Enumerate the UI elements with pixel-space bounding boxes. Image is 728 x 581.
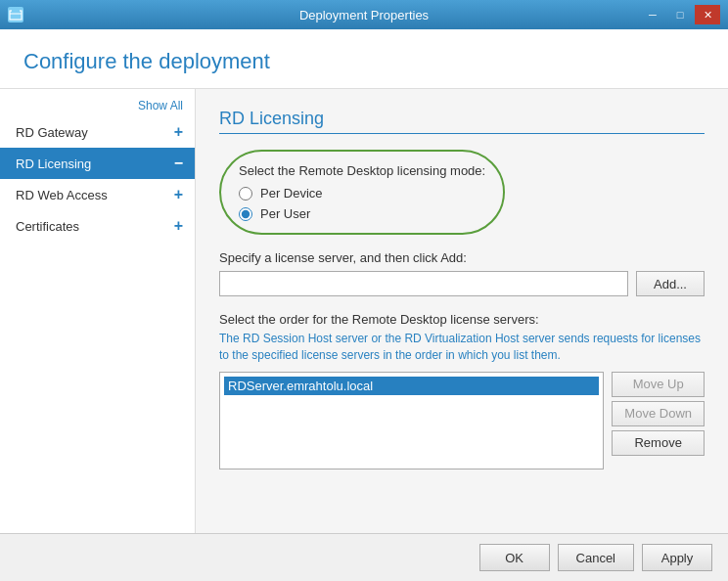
sidebar-expand-rd-gateway[interactable]: + bbox=[174, 123, 183, 141]
server-input[interactable] bbox=[219, 271, 628, 296]
radio-per-device-label: Per Device bbox=[260, 186, 323, 201]
add-button[interactable]: Add... bbox=[636, 271, 705, 296]
sidebar-label-rd-web-access: RD Web Access bbox=[16, 188, 108, 202]
server-list[interactable]: RDServer.emrahtolu.local bbox=[219, 372, 604, 469]
server-add-row: Add... bbox=[219, 271, 705, 296]
page-header: Configure the deployment bbox=[0, 29, 728, 89]
license-server-label: Specify a license server, and then click… bbox=[219, 250, 705, 265]
minimize-button[interactable]: ─ bbox=[640, 5, 665, 24]
sidebar-label-certificates: Certificates bbox=[16, 219, 79, 234]
content-area: Show All RD Gateway + RD Licensing − RD … bbox=[0, 89, 728, 533]
sidebar-label-rd-gateway: RD Gateway bbox=[16, 125, 88, 140]
radio-per-device[interactable]: Per Device bbox=[239, 186, 485, 201]
order-buttons: Move Up Move Down Remove bbox=[612, 372, 705, 469]
radio-group: Per Device Per User bbox=[239, 186, 485, 221]
move-up-button[interactable]: Move Up bbox=[612, 372, 705, 397]
radio-per-user-label: Per User bbox=[260, 206, 310, 221]
sidebar-collapse-rd-licensing[interactable]: − bbox=[174, 155, 183, 172]
order-section: Select the order for the Remote Desktop … bbox=[219, 312, 705, 469]
remove-button[interactable]: Remove bbox=[612, 430, 705, 456]
radio-per-user[interactable]: Per User bbox=[239, 206, 485, 221]
apply-button[interactable]: Apply bbox=[642, 544, 712, 571]
footer: OK Cancel Apply bbox=[0, 533, 728, 581]
sidebar-label-rd-licensing: RD Licensing bbox=[16, 156, 91, 171]
license-server-section: Specify a license server, and then click… bbox=[219, 250, 705, 296]
app-icon bbox=[8, 7, 23, 22]
title-bar: Deployment Properties ─ □ ✕ bbox=[0, 0, 728, 29]
window-body: Configure the deployment Show All RD Gat… bbox=[0, 29, 728, 581]
main-panel: RD Licensing Select the Remote Desktop l… bbox=[196, 89, 728, 533]
sidebar-item-rd-web-access[interactable]: RD Web Access + bbox=[0, 179, 195, 210]
list-item[interactable]: RDServer.emrahtolu.local bbox=[224, 377, 599, 395]
order-warning: The RD Session Host server or the RD Vir… bbox=[219, 331, 705, 364]
licensing-mode-label: Select the Remote Desktop licensing mode… bbox=[239, 163, 485, 178]
radio-per-device-input[interactable] bbox=[239, 187, 252, 201]
radio-per-user-input[interactable] bbox=[239, 207, 252, 221]
show-all-row: Show All bbox=[0, 97, 195, 116]
order-row: RDServer.emrahtolu.local Move Up Move Do… bbox=[219, 372, 705, 469]
sidebar: Show All RD Gateway + RD Licensing − RD … bbox=[0, 89, 196, 533]
close-button[interactable]: ✕ bbox=[695, 5, 720, 24]
sidebar-item-rd-licensing[interactable]: RD Licensing − bbox=[0, 148, 195, 179]
panel-title: RD Licensing bbox=[219, 109, 705, 134]
oval-outline: Select the Remote Desktop licensing mode… bbox=[219, 150, 505, 235]
sidebar-item-certificates[interactable]: Certificates + bbox=[0, 210, 195, 242]
cancel-button[interactable]: Cancel bbox=[558, 544, 634, 571]
move-down-button[interactable]: Move Down bbox=[612, 401, 705, 426]
show-all-label: Show All bbox=[138, 99, 183, 112]
sidebar-item-rd-gateway[interactable]: RD Gateway + bbox=[0, 116, 195, 148]
order-label: Select the order for the Remote Desktop … bbox=[219, 312, 705, 327]
window-title: Deployment Properties bbox=[299, 8, 429, 22]
page-title: Configure the deployment bbox=[23, 49, 705, 74]
maximize-button[interactable]: □ bbox=[667, 5, 693, 24]
title-bar-left bbox=[8, 7, 23, 22]
sidebar-expand-certificates[interactable]: + bbox=[174, 217, 183, 235]
window-controls: ─ □ ✕ bbox=[640, 5, 720, 24]
license-mode-section: Select the Remote Desktop licensing mode… bbox=[219, 150, 705, 235]
sidebar-expand-rd-web-access[interactable]: + bbox=[174, 186, 183, 203]
ok-button[interactable]: OK bbox=[479, 544, 550, 571]
svg-rect-1 bbox=[12, 9, 20, 13]
